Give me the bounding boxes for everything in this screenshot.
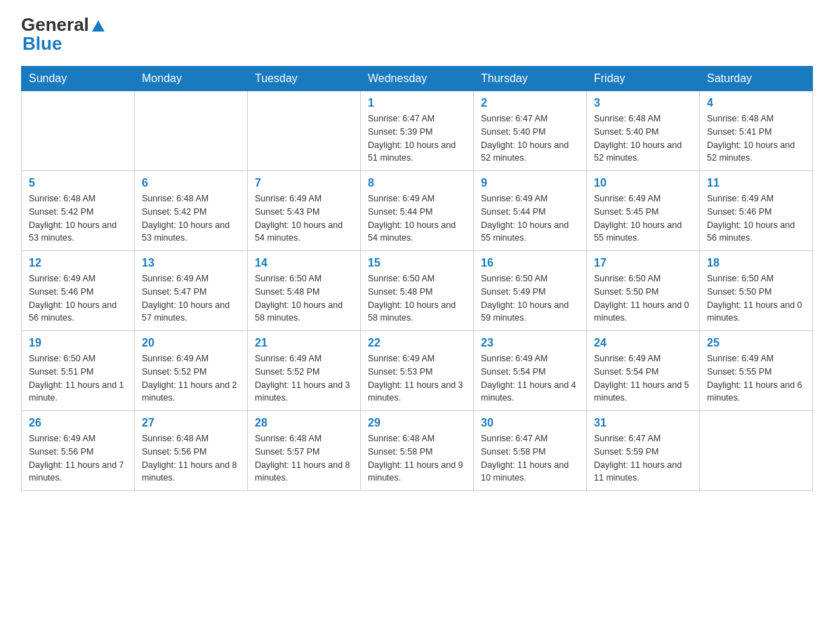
day-number: 25 — [707, 337, 805, 349]
day-number: 7 — [255, 177, 353, 189]
day-info: Sunrise: 6:49 AM Sunset: 5:44 PM Dayligh… — [368, 192, 466, 245]
calendar-cell — [700, 411, 813, 491]
logo-blue: Blue — [22, 33, 62, 55]
calendar-table: SundayMondayTuesdayWednesdayThursdayFrid… — [21, 66, 813, 491]
day-info: Sunrise: 6:48 AM Sunset: 5:57 PM Dayligh… — [255, 432, 353, 485]
day-number: 19 — [29, 337, 127, 349]
day-number: 24 — [594, 337, 692, 349]
calendar-week-row: 5Sunrise: 6:48 AM Sunset: 5:42 PM Daylig… — [22, 171, 813, 251]
calendar-cell: 10Sunrise: 6:49 AM Sunset: 5:45 PM Dayli… — [587, 171, 700, 251]
column-header-monday: Monday — [135, 67, 248, 91]
calendar-cell: 8Sunrise: 6:49 AM Sunset: 5:44 PM Daylig… — [361, 171, 474, 251]
day-info: Sunrise: 6:48 AM Sunset: 5:40 PM Dayligh… — [594, 112, 692, 165]
day-number: 2 — [481, 97, 579, 109]
day-info: Sunrise: 6:48 AM Sunset: 5:42 PM Dayligh… — [142, 192, 240, 245]
calendar-cell: 26Sunrise: 6:49 AM Sunset: 5:56 PM Dayli… — [22, 411, 135, 491]
column-header-tuesday: Tuesday — [248, 67, 361, 91]
day-info: Sunrise: 6:49 AM Sunset: 5:53 PM Dayligh… — [368, 352, 466, 405]
calendar-cell: 18Sunrise: 6:50 AM Sunset: 5:50 PM Dayli… — [700, 251, 813, 331]
calendar-cell: 17Sunrise: 6:50 AM Sunset: 5:50 PM Dayli… — [587, 251, 700, 331]
calendar-week-row: 12Sunrise: 6:49 AM Sunset: 5:46 PM Dayli… — [22, 251, 813, 331]
day-number: 31 — [594, 417, 692, 429]
calendar-cell: 19Sunrise: 6:50 AM Sunset: 5:51 PM Dayli… — [22, 331, 135, 411]
day-info: Sunrise: 6:48 AM Sunset: 5:42 PM Dayligh… — [29, 192, 127, 245]
calendar-cell: 9Sunrise: 6:49 AM Sunset: 5:44 PM Daylig… — [474, 171, 587, 251]
calendar-cell: 24Sunrise: 6:49 AM Sunset: 5:54 PM Dayli… — [587, 331, 700, 411]
calendar-header-row: SundayMondayTuesdayWednesdayThursdayFrid… — [22, 67, 813, 91]
day-info: Sunrise: 6:48 AM Sunset: 5:58 PM Dayligh… — [368, 432, 466, 485]
calendar-cell: 20Sunrise: 6:49 AM Sunset: 5:52 PM Dayli… — [135, 331, 248, 411]
calendar-cell: 16Sunrise: 6:50 AM Sunset: 5:49 PM Dayli… — [474, 251, 587, 331]
calendar-cell: 11Sunrise: 6:49 AM Sunset: 5:46 PM Dayli… — [700, 171, 813, 251]
calendar-cell: 5Sunrise: 6:48 AM Sunset: 5:42 PM Daylig… — [22, 171, 135, 251]
day-info: Sunrise: 6:49 AM Sunset: 5:54 PM Dayligh… — [594, 352, 692, 405]
day-number: 6 — [142, 177, 240, 189]
day-number: 27 — [142, 417, 240, 429]
day-number: 26 — [29, 417, 127, 429]
day-number: 22 — [368, 337, 466, 349]
calendar-cell: 30Sunrise: 6:47 AM Sunset: 5:58 PM Dayli… — [474, 411, 587, 491]
calendar-cell: 15Sunrise: 6:50 AM Sunset: 5:48 PM Dayli… — [361, 251, 474, 331]
day-number: 23 — [481, 337, 579, 349]
day-info: Sunrise: 6:49 AM Sunset: 5:46 PM Dayligh… — [29, 272, 127, 325]
calendar-cell — [135, 91, 248, 171]
calendar-week-row: 1Sunrise: 6:47 AM Sunset: 5:39 PM Daylig… — [22, 91, 813, 171]
logo: General Blue — [21, 14, 106, 55]
day-number: 11 — [707, 177, 805, 189]
day-number: 9 — [481, 177, 579, 189]
calendar-cell: 29Sunrise: 6:48 AM Sunset: 5:58 PM Dayli… — [361, 411, 474, 491]
day-number: 30 — [481, 417, 579, 429]
calendar-cell: 4Sunrise: 6:48 AM Sunset: 5:41 PM Daylig… — [700, 91, 813, 171]
day-number: 8 — [368, 177, 466, 189]
day-info: Sunrise: 6:47 AM Sunset: 5:40 PM Dayligh… — [481, 112, 579, 165]
day-number: 13 — [142, 257, 240, 269]
day-info: Sunrise: 6:49 AM Sunset: 5:55 PM Dayligh… — [707, 352, 805, 405]
day-info: Sunrise: 6:49 AM Sunset: 5:47 PM Dayligh… — [142, 272, 240, 325]
calendar-cell: 2Sunrise: 6:47 AM Sunset: 5:40 PM Daylig… — [474, 91, 587, 171]
day-info: Sunrise: 6:49 AM Sunset: 5:54 PM Dayligh… — [481, 352, 579, 405]
column-header-saturday: Saturday — [700, 67, 813, 91]
day-number: 3 — [594, 97, 692, 109]
day-info: Sunrise: 6:50 AM Sunset: 5:50 PM Dayligh… — [594, 272, 692, 325]
day-info: Sunrise: 6:47 AM Sunset: 5:59 PM Dayligh… — [594, 432, 692, 485]
column-header-sunday: Sunday — [22, 67, 135, 91]
calendar-cell: 13Sunrise: 6:49 AM Sunset: 5:47 PM Dayli… — [135, 251, 248, 331]
svg-marker-0 — [92, 20, 105, 32]
day-info: Sunrise: 6:49 AM Sunset: 5:46 PM Dayligh… — [707, 192, 805, 245]
day-info: Sunrise: 6:48 AM Sunset: 5:41 PM Dayligh… — [707, 112, 805, 165]
day-info: Sunrise: 6:49 AM Sunset: 5:45 PM Dayligh… — [594, 192, 692, 245]
calendar-week-row: 19Sunrise: 6:50 AM Sunset: 5:51 PM Dayli… — [22, 331, 813, 411]
day-info: Sunrise: 6:47 AM Sunset: 5:39 PM Dayligh… — [368, 112, 466, 165]
calendar-cell: 28Sunrise: 6:48 AM Sunset: 5:57 PM Dayli… — [248, 411, 361, 491]
calendar-cell: 27Sunrise: 6:48 AM Sunset: 5:56 PM Dayli… — [135, 411, 248, 491]
day-number: 29 — [368, 417, 466, 429]
page-header: General Blue — [21, 14, 813, 55]
day-info: Sunrise: 6:49 AM Sunset: 5:52 PM Dayligh… — [142, 352, 240, 405]
day-number: 28 — [255, 417, 353, 429]
column-header-friday: Friday — [587, 67, 700, 91]
day-info: Sunrise: 6:49 AM Sunset: 5:52 PM Dayligh… — [255, 352, 353, 405]
day-number: 4 — [707, 97, 805, 109]
day-number: 17 — [594, 257, 692, 269]
day-number: 5 — [29, 177, 127, 189]
logo-triangle-icon — [91, 18, 106, 34]
day-number: 1 — [368, 97, 466, 109]
day-info: Sunrise: 6:50 AM Sunset: 5:48 PM Dayligh… — [255, 272, 353, 325]
calendar-cell: 3Sunrise: 6:48 AM Sunset: 5:40 PM Daylig… — [587, 91, 700, 171]
calendar-cell: 22Sunrise: 6:49 AM Sunset: 5:53 PM Dayli… — [361, 331, 474, 411]
day-info: Sunrise: 6:49 AM Sunset: 5:56 PM Dayligh… — [29, 432, 127, 485]
day-number: 12 — [29, 257, 127, 269]
day-number: 15 — [368, 257, 466, 269]
calendar-cell: 7Sunrise: 6:49 AM Sunset: 5:43 PM Daylig… — [248, 171, 361, 251]
column-header-thursday: Thursday — [474, 67, 587, 91]
day-info: Sunrise: 6:50 AM Sunset: 5:49 PM Dayligh… — [481, 272, 579, 325]
day-number: 21 — [255, 337, 353, 349]
day-number: 10 — [594, 177, 692, 189]
calendar-cell: 1Sunrise: 6:47 AM Sunset: 5:39 PM Daylig… — [361, 91, 474, 171]
calendar-cell: 25Sunrise: 6:49 AM Sunset: 5:55 PM Dayli… — [700, 331, 813, 411]
day-info: Sunrise: 6:49 AM Sunset: 5:43 PM Dayligh… — [255, 192, 353, 245]
calendar-cell: 14Sunrise: 6:50 AM Sunset: 5:48 PM Dayli… — [248, 251, 361, 331]
day-number: 16 — [481, 257, 579, 269]
day-info: Sunrise: 6:47 AM Sunset: 5:58 PM Dayligh… — [481, 432, 579, 485]
day-info: Sunrise: 6:49 AM Sunset: 5:44 PM Dayligh… — [481, 192, 579, 245]
